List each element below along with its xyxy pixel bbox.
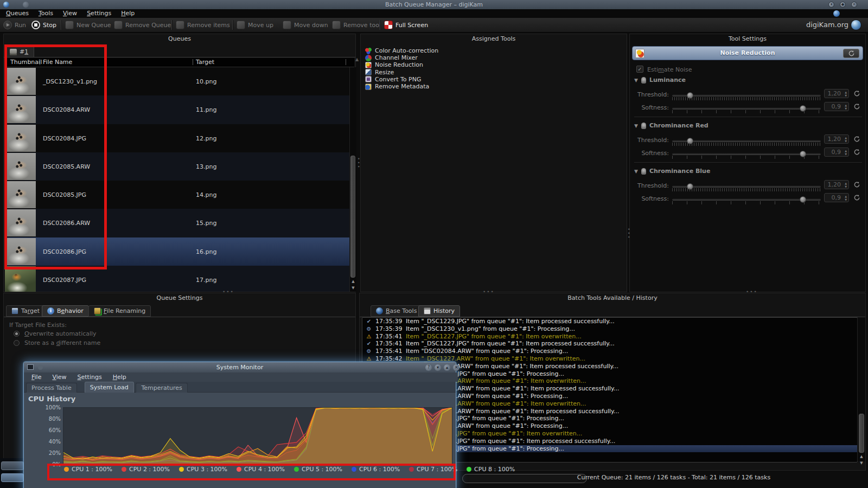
queue-list-scrollbar[interactable]: ▲ ▼ — [349, 67, 356, 292]
section-luminance[interactable]: ▼Luminance — [634, 76, 686, 84]
spin-arrows-icon[interactable]: ▲▼ — [845, 182, 847, 188]
toolbar-move-down-button[interactable]: Move down — [283, 20, 328, 30]
minimize-button[interactable]: ▾ — [828, 2, 834, 8]
radio-store-as-a-different-name[interactable] — [14, 340, 20, 346]
history-entry[interactable]: ✔17:35:39Item "_DSC1229.JPG" from queue … — [362, 318, 857, 325]
column-thumbnail[interactable]: Thumbnail — [10, 59, 42, 66]
toolbar-remove-items-button[interactable]: Remove items — [176, 20, 230, 30]
scroll-up-arrow[interactable]: ▲ — [355, 57, 360, 62]
queue-tab-1[interactable]: #1 — [6, 46, 34, 57]
threshold-slider[interactable] — [672, 185, 821, 188]
tab-target[interactable]: Target — [6, 305, 45, 317]
threshold-slider[interactable] — [672, 140, 821, 142]
history-entry[interactable]: ⚠17:35:42Item "_DSC1227.ARW" from queue … — [362, 355, 857, 363]
radio-overwrite-automatically[interactable] — [14, 331, 20, 337]
threshold-spinbox[interactable]: 1,20▲▼ — [824, 134, 849, 144]
queue-row-DSC02084.ARW[interactable]: DSC02084.ARW11.png — [5, 95, 350, 124]
softness-spinbox[interactable]: 0,9▲▼ — [824, 102, 849, 111]
assigned-tool-color-auto-correction[interactable]: Color Auto-correction — [365, 47, 438, 54]
splitter-handle[interactable]: ••• — [483, 289, 495, 294]
scroll-up-button[interactable]: ▲ — [859, 454, 864, 460]
system-monitor-titlebar[interactable]: System Monitor ? ▾ ▴ ✕ — [24, 362, 456, 373]
maximize-button[interactable]: ▴ — [444, 364, 450, 371]
softness-slider[interactable] — [672, 107, 821, 110]
section-chrominance-red[interactable]: ▼Chrominance Red — [634, 122, 709, 129]
spin-arrows-icon[interactable]: ▲▼ — [845, 149, 847, 156]
scrollbar-thumb[interactable] — [350, 156, 355, 278]
sysmon-tab-temperatures[interactable]: Temperatures — [136, 383, 187, 393]
menu-settings[interactable]: Settings — [82, 9, 116, 18]
threshold-slider[interactable] — [672, 94, 821, 97]
tab-base-tools[interactable]: Base Tools — [371, 305, 422, 317]
toolbar-full-screen-button[interactable]: Full Screen — [384, 20, 428, 30]
tool-reset-button[interactable] — [843, 49, 859, 58]
toolbar-remove-queue-button[interactable]: Remove Queue — [114, 20, 171, 30]
queue-row-DSC02087.JPG[interactable]: DSC02087.JPG17.png — [5, 266, 350, 292]
queue-row-DSC02086.ARW[interactable]: DSC02086.ARW15.png — [5, 209, 350, 237]
history-entry[interactable]: ⚙17:35:39Item "_DSC1230_v1.png" from que… — [362, 325, 857, 333]
softness-spinbox[interactable]: 0,9▲▼ — [824, 147, 849, 157]
chevron-down-icon[interactable]: ▼ — [634, 78, 638, 83]
toolbar-new-queue-button[interactable]: New Queue — [65, 20, 111, 30]
close-button[interactable]: ✕ — [851, 2, 857, 8]
assigned-tool-channel-mixer[interactable]: Channel Mixer — [365, 54, 418, 61]
queue-table-header[interactable]: Thumbnail File Name Target — [5, 58, 354, 67]
estimate-noise-checkbox[interactable]: ✓ — [636, 66, 643, 73]
softness-spinbox[interactable]: 0,9▲▼ — [824, 193, 849, 202]
assigned-tool-noise-reduction[interactable]: Noise Reduction — [365, 61, 423, 68]
scroll-down-button[interactable]: ▼ — [350, 285, 356, 291]
splitter-handle[interactable]: ••• — [222, 289, 234, 294]
queue-row-DSC02086.JPG[interactable]: DSC02086.JPG16.png — [5, 237, 350, 266]
reset-button[interactable] — [853, 181, 860, 190]
reset-button[interactable] — [853, 194, 860, 203]
menu-view[interactable]: View — [58, 9, 82, 18]
spin-arrows-icon[interactable]: ▲▼ — [845, 136, 847, 143]
menu-tools[interactable]: Tools — [34, 9, 58, 18]
queue-row-DSC02085.ARW[interactable]: DSC02085.ARW13.png — [5, 152, 350, 181]
tab-file-renaming[interactable]: File Renaming — [88, 305, 151, 317]
reset-button[interactable] — [853, 103, 860, 112]
chevron-down-icon[interactable]: ▼ — [634, 123, 638, 129]
splitter-handle[interactable]: ••• — [356, 157, 361, 169]
toolbar-run-button[interactable]: Run — [3, 20, 26, 30]
close-button[interactable]: ✕ — [453, 364, 459, 371]
sysmon-menu-file[interactable]: File — [26, 373, 47, 382]
tab-behavior[interactable]: iBehavior — [42, 305, 89, 317]
scroll-up-button[interactable]: ▲ — [350, 279, 356, 285]
section-chrominance-blue[interactable]: ▼Chrominance Blue — [634, 168, 710, 175]
sysmon-menu-help[interactable]: Help — [107, 373, 132, 382]
threshold-spinbox[interactable]: 1,20▲▼ — [824, 89, 849, 98]
sysmon-tab-system-load[interactable]: System Load — [85, 382, 134, 393]
toolbar-move-up-button[interactable]: Move up — [237, 20, 273, 30]
taskbar-item[interactable] — [1, 461, 24, 470]
menu-help[interactable]: Help — [116, 9, 139, 18]
menu-queues[interactable]: Queues — [1, 9, 34, 18]
spin-arrows-icon[interactable]: ▲▼ — [845, 195, 847, 201]
help-button[interactable]: ? — [425, 364, 432, 371]
softness-slider[interactable] — [672, 153, 821, 155]
sysmon-tab-process-table[interactable]: Process Table — [26, 383, 77, 393]
reset-button[interactable] — [853, 90, 860, 99]
column-target[interactable]: Target — [196, 59, 214, 66]
queue-row-DSC02084.JPG[interactable]: DSC02084.JPG12.png — [5, 124, 350, 152]
threshold-spinbox[interactable]: 1,20▲▼ — [824, 180, 849, 189]
sysmon-menu-view[interactable]: View — [47, 373, 72, 382]
column-file-name[interactable]: File Name — [43, 59, 72, 66]
minimize-button[interactable]: ▾ — [435, 364, 441, 371]
queue-row-DSC02085.JPG[interactable]: DSC02085.JPG14.png — [5, 181, 350, 209]
history-scrollbar[interactable]: ▲ ▼ — [857, 317, 865, 461]
reset-button[interactable] — [853, 149, 860, 157]
history-entry[interactable]: ⚙17:35:41Item "DSC02084.ARW" from queue … — [362, 348, 857, 355]
assigned-tool-remove-metadata[interactable]: Remove Metadata — [365, 83, 429, 90]
queue-row-_DSC1230_v1.png[interactable]: _DSC1230_v1.png10.png — [5, 67, 350, 95]
maximize-button[interactable]: ◆ — [840, 2, 846, 8]
history-entry[interactable]: ✔17:35:41Item "_DSC1227.JPG" from queue … — [362, 340, 857, 348]
help-menu-icon[interactable] — [833, 10, 840, 17]
softness-slider[interactable] — [672, 198, 821, 201]
history-entry[interactable]: ⚠17:35:41Item "_DSC1227.JPG" from queue … — [362, 333, 857, 341]
scrollbar-thumb[interactable] — [859, 414, 864, 453]
spin-arrows-icon[interactable]: ▲▼ — [845, 104, 847, 110]
sysmon-menu-settings[interactable]: Settings — [72, 373, 107, 382]
taskbar-item[interactable] — [1, 473, 24, 482]
scroll-down-button[interactable]: ▼ — [859, 460, 864, 466]
